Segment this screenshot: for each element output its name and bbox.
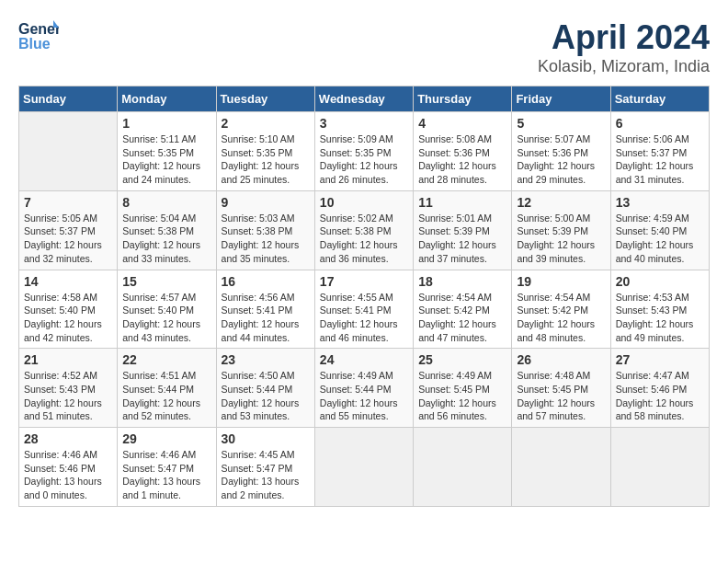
cell-content: Sunrise: 4:46 AM Sunset: 5:47 PM Dayligh… (122, 448, 210, 502)
cell-content: Sunrise: 5:09 AM Sunset: 5:35 PM Dayligh… (320, 132, 408, 187)
day-number: 27 (616, 352, 704, 367)
calendar-cell: 24Sunrise: 4:49 AM Sunset: 5:44 PM Dayli… (314, 349, 413, 428)
weekday-header-cell: Sunday (19, 86, 118, 112)
day-number: 30 (222, 431, 310, 446)
weekday-header-cell: Wednesday (314, 86, 413, 112)
weekday-header-row: SundayMondayTuesdayWednesdayThursdayFrid… (19, 86, 710, 112)
day-number: 23 (222, 352, 310, 367)
calendar-cell: 4Sunrise: 5:08 AM Sunset: 5:36 PM Daylig… (414, 112, 512, 191)
calendar-cell: 22Sunrise: 4:51 AM Sunset: 5:44 PM Dayli… (118, 349, 216, 428)
cell-content: Sunrise: 5:10 AM Sunset: 5:35 PM Dayligh… (222, 132, 310, 187)
day-number: 5 (517, 116, 605, 131)
cell-content: Sunrise: 5:03 AM Sunset: 5:38 PM Dayligh… (222, 212, 310, 266)
day-number: 4 (418, 116, 506, 131)
day-number: 14 (24, 274, 112, 289)
day-number: 11 (418, 195, 506, 210)
day-number: 19 (517, 274, 605, 289)
calendar-cell (414, 428, 512, 507)
calendar-cell: 2Sunrise: 5:10 AM Sunset: 5:35 PM Daylig… (216, 112, 314, 191)
cell-content: Sunrise: 5:06 AM Sunset: 5:37 PM Dayligh… (616, 132, 704, 187)
weekday-header-cell: Friday (512, 86, 610, 112)
cell-content: Sunrise: 5:07 AM Sunset: 5:36 PM Dayligh… (517, 132, 605, 187)
calendar-cell: 20Sunrise: 4:53 AM Sunset: 5:43 PM Dayli… (610, 270, 709, 349)
day-number: 24 (320, 352, 408, 367)
cell-content: Sunrise: 5:11 AM Sunset: 5:35 PM Dayligh… (122, 132, 210, 187)
day-number: 20 (616, 274, 704, 289)
cell-content: Sunrise: 4:58 AM Sunset: 5:40 PM Dayligh… (24, 291, 112, 345)
logo: General Blue (18, 18, 59, 52)
title-block: April 2024 Kolasib, Mizoram, India (538, 18, 710, 76)
calendar-cell (610, 428, 709, 507)
day-number: 15 (122, 274, 210, 289)
calendar-cell: 16Sunrise: 4:56 AM Sunset: 5:41 PM Dayli… (216, 270, 314, 349)
calendar-cell: 14Sunrise: 4:58 AM Sunset: 5:40 PM Dayli… (19, 270, 118, 349)
calendar-cell (314, 428, 413, 507)
cell-content: Sunrise: 5:01 AM Sunset: 5:39 PM Dayligh… (418, 212, 506, 266)
calendar-cell (512, 428, 610, 507)
day-number: 29 (122, 431, 210, 446)
weekday-header-cell: Monday (118, 86, 216, 112)
cell-content: Sunrise: 5:00 AM Sunset: 5:39 PM Dayligh… (517, 212, 605, 266)
cell-content: Sunrise: 4:49 AM Sunset: 5:44 PM Dayligh… (320, 369, 408, 423)
day-number: 1 (122, 116, 210, 131)
cell-content: Sunrise: 4:54 AM Sunset: 5:42 PM Dayligh… (418, 291, 506, 345)
calendar-week-row: 1Sunrise: 5:11 AM Sunset: 5:35 PM Daylig… (19, 112, 710, 191)
page-header: General Blue April 2024 Kolasib, Mizoram… (18, 18, 710, 76)
calendar-cell: 30Sunrise: 4:45 AM Sunset: 5:47 PM Dayli… (216, 428, 314, 507)
logo-icon: General Blue (18, 18, 59, 52)
calendar-body: 1Sunrise: 5:11 AM Sunset: 5:35 PM Daylig… (19, 112, 710, 507)
weekday-header-cell: Saturday (610, 86, 709, 112)
month-title: April 2024 (538, 18, 710, 57)
svg-text:General: General (18, 21, 59, 37)
day-number: 7 (24, 195, 112, 210)
cell-content: Sunrise: 4:57 AM Sunset: 5:40 PM Dayligh… (122, 291, 210, 345)
calendar-week-row: 14Sunrise: 4:58 AM Sunset: 5:40 PM Dayli… (19, 270, 710, 349)
calendar-cell: 1Sunrise: 5:11 AM Sunset: 5:35 PM Daylig… (118, 112, 216, 191)
cell-content: Sunrise: 4:54 AM Sunset: 5:42 PM Dayligh… (517, 291, 605, 345)
day-number: 8 (122, 195, 210, 210)
cell-content: Sunrise: 4:52 AM Sunset: 5:43 PM Dayligh… (24, 369, 112, 423)
cell-content: Sunrise: 4:55 AM Sunset: 5:41 PM Dayligh… (320, 291, 408, 345)
cell-content: Sunrise: 4:53 AM Sunset: 5:43 PM Dayligh… (616, 291, 704, 345)
cell-content: Sunrise: 4:46 AM Sunset: 5:46 PM Dayligh… (24, 448, 112, 502)
cell-content: Sunrise: 4:45 AM Sunset: 5:47 PM Dayligh… (222, 448, 310, 502)
day-number: 18 (418, 274, 506, 289)
calendar-cell: 25Sunrise: 4:49 AM Sunset: 5:45 PM Dayli… (414, 349, 512, 428)
calendar-week-row: 7Sunrise: 5:05 AM Sunset: 5:37 PM Daylig… (19, 190, 710, 270)
cell-content: Sunrise: 5:02 AM Sunset: 5:38 PM Dayligh… (320, 212, 408, 266)
calendar-cell: 6Sunrise: 5:06 AM Sunset: 5:37 PM Daylig… (610, 112, 709, 191)
calendar-cell (19, 112, 118, 191)
calendar-cell: 9Sunrise: 5:03 AM Sunset: 5:38 PM Daylig… (216, 190, 314, 270)
day-number: 10 (320, 195, 408, 210)
calendar-cell: 27Sunrise: 4:47 AM Sunset: 5:46 PM Dayli… (610, 349, 709, 428)
day-number: 9 (222, 195, 310, 210)
calendar-cell: 28Sunrise: 4:46 AM Sunset: 5:46 PM Dayli… (19, 428, 118, 507)
day-number: 12 (517, 195, 605, 210)
calendar-cell: 15Sunrise: 4:57 AM Sunset: 5:40 PM Dayli… (118, 270, 216, 349)
calendar-cell: 10Sunrise: 5:02 AM Sunset: 5:38 PM Dayli… (314, 190, 413, 270)
calendar-cell: 29Sunrise: 4:46 AM Sunset: 5:47 PM Dayli… (118, 428, 216, 507)
day-number: 17 (320, 274, 408, 289)
cell-content: Sunrise: 4:51 AM Sunset: 5:44 PM Dayligh… (122, 369, 210, 423)
calendar-cell: 8Sunrise: 5:04 AM Sunset: 5:38 PM Daylig… (118, 190, 216, 270)
calendar-cell: 13Sunrise: 4:59 AM Sunset: 5:40 PM Dayli… (610, 190, 709, 270)
calendar-cell: 7Sunrise: 5:05 AM Sunset: 5:37 PM Daylig… (19, 190, 118, 270)
calendar-cell: 12Sunrise: 5:00 AM Sunset: 5:39 PM Dayli… (512, 190, 610, 270)
cell-content: Sunrise: 5:04 AM Sunset: 5:38 PM Dayligh… (122, 212, 210, 266)
calendar-cell: 21Sunrise: 4:52 AM Sunset: 5:43 PM Dayli… (19, 349, 118, 428)
calendar-table: SundayMondayTuesdayWednesdayThursdayFrid… (18, 86, 710, 507)
day-number: 25 (418, 352, 506, 367)
calendar-cell: 17Sunrise: 4:55 AM Sunset: 5:41 PM Dayli… (314, 270, 413, 349)
day-number: 22 (122, 352, 210, 367)
day-number: 3 (320, 116, 408, 131)
cell-content: Sunrise: 5:08 AM Sunset: 5:36 PM Dayligh… (418, 132, 506, 187)
cell-content: Sunrise: 4:47 AM Sunset: 5:46 PM Dayligh… (616, 369, 704, 423)
cell-content: Sunrise: 5:05 AM Sunset: 5:37 PM Dayligh… (24, 212, 112, 266)
day-number: 16 (222, 274, 310, 289)
svg-text:Blue: Blue (18, 36, 51, 52)
cell-content: Sunrise: 4:59 AM Sunset: 5:40 PM Dayligh… (616, 212, 704, 266)
weekday-header-cell: Thursday (414, 86, 512, 112)
calendar-cell: 11Sunrise: 5:01 AM Sunset: 5:39 PM Dayli… (414, 190, 512, 270)
day-number: 13 (616, 195, 704, 210)
calendar-cell: 19Sunrise: 4:54 AM Sunset: 5:42 PM Dayli… (512, 270, 610, 349)
